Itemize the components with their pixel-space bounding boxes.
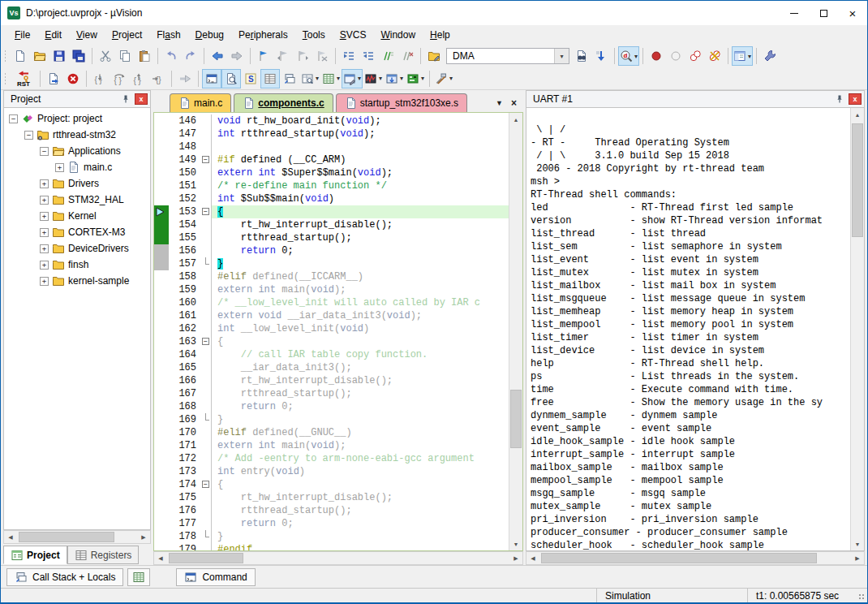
fold-collapse-icon[interactable]: − bbox=[201, 478, 212, 491]
scroll-up-icon[interactable]: ▲ bbox=[509, 113, 522, 126]
tools-menu-button[interactable]: ▾ bbox=[433, 69, 454, 88]
dropdown-arrow-icon[interactable]: ▾ bbox=[316, 75, 319, 82]
tree-item-project-project[interactable]: −Project: project bbox=[4, 110, 150, 127]
scroll-left-icon[interactable]: ◀ bbox=[526, 552, 539, 564]
save-all-button[interactable] bbox=[69, 46, 88, 66]
find-next-button[interactable] bbox=[591, 46, 611, 66]
dropdown-arrow-icon[interactable]: ▾ bbox=[421, 75, 424, 82]
dropdown-arrow-icon[interactable]: ▾ bbox=[748, 53, 751, 60]
resize-grip[interactable] bbox=[854, 589, 867, 602]
uart-vscrollbar[interactable]: ▲ ▼ bbox=[850, 108, 864, 550]
close-file-icon[interactable]: × bbox=[511, 97, 517, 109]
comment-button[interactable] bbox=[378, 46, 397, 66]
project-close-button[interactable]: x bbox=[135, 93, 148, 105]
maximize-button[interactable] bbox=[809, 1, 838, 25]
bookmark-button[interactable] bbox=[254, 46, 273, 66]
target-select-combo[interactable]: DMA▾ bbox=[446, 48, 569, 64]
pane-tab-project[interactable]: Project bbox=[3, 546, 67, 564]
serial-window-button[interactable]: ▾ bbox=[342, 69, 363, 88]
scroll-thumb[interactable] bbox=[19, 532, 114, 542]
step-into-button[interactable]: { } bbox=[90, 69, 110, 88]
disassembly-window-button[interactable] bbox=[221, 69, 241, 88]
menu-view[interactable]: View bbox=[69, 27, 105, 43]
breakpoint-disable-all-button[interactable] bbox=[685, 46, 705, 66]
minimize-button[interactable] bbox=[780, 1, 809, 25]
expand-icon[interactable]: + bbox=[40, 212, 49, 221]
expand-icon[interactable]: + bbox=[40, 179, 49, 188]
toolbox-button[interactable]: ▾ bbox=[405, 69, 426, 88]
debug-session-button[interactable]: d▾ bbox=[618, 46, 639, 66]
editor-tab-components-c[interactable]: components.c bbox=[234, 93, 333, 112]
breakpoint-toggle-button[interactable] bbox=[666, 46, 685, 66]
uart-close-button[interactable]: x bbox=[849, 93, 862, 105]
tree-item-stm32-hal[interactable]: +STM32_HAL bbox=[4, 192, 150, 208]
menu-flash[interactable]: Flash bbox=[149, 27, 187, 43]
editor-vscrollbar[interactable]: ▲ ▼ bbox=[509, 113, 522, 550]
scroll-up-icon[interactable]: ▲ bbox=[851, 108, 864, 121]
save-button[interactable] bbox=[49, 46, 69, 66]
window-layout-button[interactable]: ▾ bbox=[732, 46, 753, 66]
step-out-button[interactable]: { } bbox=[129, 69, 148, 88]
tree-item-kernel[interactable]: +Kernel bbox=[4, 208, 150, 224]
stop-button[interactable] bbox=[63, 69, 83, 88]
cut-button[interactable] bbox=[96, 46, 115, 66]
menu-debug[interactable]: Debug bbox=[188, 27, 231, 43]
collapse-icon[interactable]: − bbox=[24, 131, 33, 140]
find-in-files-button[interactable] bbox=[572, 46, 591, 66]
tab-list-dropdown-icon[interactable]: ▼ bbox=[496, 99, 503, 107]
scroll-thumb[interactable] bbox=[852, 123, 863, 237]
expand-icon[interactable]: + bbox=[40, 261, 49, 270]
show-next-button[interactable] bbox=[175, 69, 195, 88]
scroll-right-icon[interactable]: ▶ bbox=[509, 552, 522, 564]
undo-button[interactable] bbox=[161, 46, 181, 66]
tree-item-finsh[interactable]: +finsh bbox=[4, 257, 150, 273]
indent-button[interactable] bbox=[359, 46, 378, 66]
scroll-down-icon[interactable]: ▼ bbox=[509, 537, 522, 550]
run-to-cursor-button[interactable]: {} bbox=[148, 69, 168, 88]
dropdown-arrow-icon[interactable]: ▾ bbox=[337, 75, 340, 82]
project-hscrollbar[interactable]: ◀ ▶ bbox=[3, 530, 151, 544]
bookmark-next-button[interactable] bbox=[293, 46, 312, 66]
tree-item-applications[interactable]: −Applications bbox=[4, 143, 150, 159]
menu-edit[interactable]: Edit bbox=[37, 27, 69, 43]
menu-svcs[interactable]: SVCS bbox=[333, 27, 374, 43]
scroll-right-icon[interactable]: ▶ bbox=[851, 552, 864, 564]
unindent-button[interactable] bbox=[339, 46, 359, 66]
new-file-button[interactable] bbox=[11, 46, 30, 66]
scroll-thumb[interactable] bbox=[169, 553, 243, 563]
paste-button[interactable] bbox=[135, 46, 154, 66]
tree-item-devicedrivers[interactable]: +DeviceDrivers bbox=[4, 240, 150, 257]
fold-collapse-icon[interactable]: − bbox=[201, 205, 212, 218]
editor-hscrollbar[interactable]: ◀ ▶ bbox=[153, 551, 523, 565]
watch-window-button[interactable]: ▾ bbox=[299, 69, 320, 88]
tree-item-cortex-m3[interactable]: +CORTEX-M3 bbox=[4, 224, 150, 240]
menu-tools[interactable]: Tools bbox=[295, 27, 333, 43]
expand-icon[interactable]: + bbox=[40, 228, 49, 237]
dropdown-arrow-icon[interactable]: ▾ bbox=[400, 75, 403, 82]
redo-button[interactable] bbox=[181, 46, 200, 66]
memory-window-button[interactable]: ▾ bbox=[320, 69, 342, 88]
pin-icon[interactable] bbox=[833, 93, 846, 106]
code-editor[interactable]: 146void rt_hw_board_init(void);147int rt… bbox=[154, 113, 509, 550]
uart-hscrollbar[interactable]: ◀ ▶ bbox=[526, 551, 865, 565]
tree-item-drivers[interactable]: +Drivers bbox=[4, 175, 150, 192]
wrench-button[interactable] bbox=[760, 46, 780, 66]
expand-icon[interactable]: + bbox=[40, 244, 49, 253]
editor-tab-main-c[interactable]: main.c bbox=[170, 93, 231, 112]
docked-tab-memory[interactable] bbox=[127, 568, 150, 586]
docked-tab-command[interactable]: Command bbox=[176, 568, 255, 586]
pin-icon[interactable] bbox=[119, 93, 132, 106]
dropdown-arrow-icon[interactable]: ▾ bbox=[379, 75, 382, 82]
menu-help[interactable]: Help bbox=[423, 27, 458, 43]
call-stack-window-button[interactable] bbox=[280, 69, 299, 88]
uart-output-text[interactable]: \ | / - RT - Thread Operating System / |… bbox=[526, 108, 850, 550]
menu-peripherals[interactable]: Peripherals bbox=[231, 27, 295, 43]
open-folder-button[interactable] bbox=[30, 46, 49, 66]
collapse-icon[interactable]: − bbox=[40, 147, 49, 156]
expand-icon[interactable]: + bbox=[40, 277, 49, 286]
tree-item-rtthread-stm32[interactable]: −rtthread-stm32 bbox=[4, 127, 150, 143]
tree-item-main-c[interactable]: +main.c bbox=[4, 159, 150, 175]
dropdown-arrow-icon[interactable]: ▾ bbox=[358, 75, 361, 82]
folder-edit-button[interactable] bbox=[424, 46, 444, 66]
nav-forward-button[interactable] bbox=[227, 46, 247, 66]
